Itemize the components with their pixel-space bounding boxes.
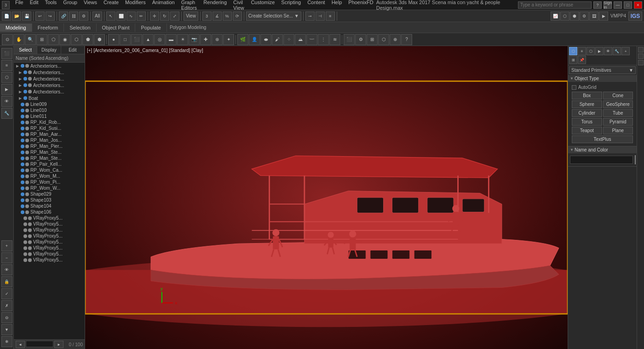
geosphere-button[interactable]: GeoSphere — [603, 100, 633, 108]
schematic[interactable]: ⬡ — [560, 12, 569, 21]
fr-btn1[interactable] — [638, 47, 644, 52]
tree-item-rpwomw[interactable]: RP_Wom_W... — [14, 185, 85, 191]
tree-item-rpmaan[interactable]: RP_Man_Aar... — [14, 131, 85, 137]
tree-item-vrp4[interactable]: VRayProxy5... — [14, 233, 85, 239]
tree-item-rpmanjos[interactable]: RP_Man_Jos... — [14, 137, 85, 143]
help-icon[interactable]: ? — [593, 1, 602, 9]
curve-editor[interactable]: 📈 — [551, 12, 560, 21]
scroll-left[interactable]: ◄ — [16, 341, 25, 348]
menu-create[interactable]: Create — [101, 0, 121, 12]
zoom-icon[interactable]: 🔍 — [25, 34, 36, 45]
select-object[interactable]: ↖ — [106, 12, 115, 21]
create-tab[interactable]: ⬛ — [1, 48, 12, 59]
tree-item-line010[interactable]: Line010 — [14, 107, 85, 113]
modify-panel-icon[interactable]: ≡ — [578, 47, 586, 55]
filter-icon[interactable]: ▼ — [1, 324, 12, 335]
helper-icon[interactable]: ✚ — [200, 34, 211, 45]
freeze-icon[interactable]: ❄ — [1, 336, 12, 347]
search-input[interactable] — [518, 1, 592, 9]
close-button[interactable]: ✕ — [634, 1, 642, 9]
unlink-button[interactable]: ⛓ — [69, 12, 78, 21]
sphere-button[interactable]: Sphere — [572, 100, 602, 108]
motion-panel-icon[interactable]: ▶ — [595, 47, 604, 55]
menu-customize[interactable]: Customize — [248, 0, 277, 12]
tree-item-boat[interactable]: ▶ Boat — [14, 95, 85, 101]
tab-selection[interactable]: Selection — [64, 23, 96, 32]
angle-snap[interactable]: ∡ — [213, 12, 222, 21]
snap2-icon[interactable]: ⊕ — [390, 34, 401, 45]
menu-help[interactable]: Help — [329, 0, 345, 12]
percent-snap[interactable]: % — [223, 12, 232, 21]
cone-button[interactable]: Cone — [603, 92, 633, 99]
redo-button[interactable]: ↪ — [46, 12, 55, 21]
hierarchy-tab[interactable]: ⬡ — [1, 72, 12, 83]
new-button[interactable]: 📄 — [2, 12, 11, 21]
expand-panel-icon[interactable]: + — [621, 47, 630, 55]
scatter-icon[interactable]: ⁘ — [283, 34, 294, 45]
primitives-dropdown[interactable]: Standard Primitives ▼ — [569, 66, 636, 74]
object-type-title[interactable]: ▼ Object Type — [568, 75, 637, 82]
tree-item-archext5[interactable]: ▶ Archexteriors... — [14, 88, 85, 95]
cylinder-prim[interactable]: ⬛ — [131, 34, 142, 45]
name-color-title[interactable]: ▼ Name and Color — [568, 146, 637, 153]
menu-civil[interactable]: Civil View — [230, 0, 247, 12]
utility-tab[interactable]: 🔧 — [1, 108, 12, 119]
teapot-button[interactable]: Teapot — [572, 127, 602, 134]
tree-item-line009[interactable]: Line009 — [14, 101, 85, 107]
select-lasso[interactable]: ∿ — [126, 12, 136, 21]
border-icon[interactable]: ⬟ — [82, 34, 93, 45]
display-tab[interactable]: 👁 — [1, 96, 12, 107]
cylinder-button[interactable]: Cylinder — [572, 109, 602, 117]
display-panel-icon[interactable]: 👁 — [604, 47, 612, 55]
zoom-out[interactable]: − — [1, 252, 12, 263]
menu-phoenix[interactable]: PhoenixFD — [345, 0, 376, 12]
layout-icon[interactable]: ⊞ — [569, 56, 577, 64]
terrain-icon[interactable]: ⛰ — [295, 34, 306, 45]
spinner-snap[interactable]: ⟳ — [233, 12, 242, 21]
person-icon[interactable]: 👤 — [249, 34, 260, 45]
scroll-right[interactable]: ► — [54, 341, 63, 348]
zoom-in[interactable]: + — [1, 240, 12, 251]
pyramid-button[interactable]: Pyramid — [603, 118, 633, 126]
material-editor[interactable]: ⬢ — [570, 12, 579, 21]
textplus-button[interactable]: TextPlus — [572, 135, 633, 143]
camera-icon[interactable]: 📷 — [189, 34, 200, 45]
scale-button[interactable]: ⤢ — [170, 12, 179, 21]
tree-item-archext2[interactable]: ▶ Archexteriors... — [14, 69, 85, 76]
tab-modeling[interactable]: Modeling — [0, 23, 32, 32]
undo-button[interactable]: ↩ — [35, 12, 45, 21]
motion-tab[interactable]: ▶ — [1, 84, 12, 95]
link-button[interactable]: 🔗 — [59, 12, 68, 21]
tab-display[interactable]: Display — [37, 46, 61, 54]
tree-item-rpmanpier[interactable]: RP_Man_Pier... — [14, 143, 85, 149]
box-button[interactable]: Box — [572, 92, 602, 99]
color-swatch[interactable] — [635, 155, 636, 164]
menu-graph[interactable]: Graph Editors — [178, 0, 200, 12]
paint3-icon[interactable]: 🖌 — [272, 34, 283, 45]
tab-object-paint[interactable]: Object Paint — [97, 23, 136, 32]
menu-rendering[interactable]: Rendering — [201, 0, 230, 12]
render-frame[interactable]: 🖼 — [589, 12, 598, 21]
tree-item-rppair[interactable]: RP_Pair_Kell... — [14, 161, 85, 167]
tree-item-vrp5[interactable]: VRayProxy5... — [14, 239, 85, 245]
tree-item-rpkidrob[interactable]: RP_Kid_Rob... — [14, 119, 85, 125]
eye-icon[interactable]: 👁 — [1, 264, 12, 275]
fr-btn3[interactable] — [638, 60, 644, 65]
lock-icon[interactable]: 🔒 — [1, 276, 12, 287]
tab-select[interactable]: Select — [14, 46, 37, 54]
maximize-button[interactable]: □ — [624, 1, 632, 9]
element-icon[interactable]: ⬢ — [94, 34, 105, 45]
torus-prim[interactable]: ◎ — [154, 34, 165, 45]
tab-populate[interactable]: Populate — [135, 23, 167, 32]
menu-modifiers[interactable]: Modifiers — [122, 0, 149, 12]
reference-dropdown[interactable]: View — [184, 12, 198, 21]
menu-views[interactable]: Views — [81, 0, 100, 12]
render-setup[interactable]: ⚙ — [580, 12, 589, 21]
menu-tools[interactable]: Tools — [42, 0, 60, 12]
fr-btn2[interactable] — [638, 53, 644, 59]
tree-item-vrp3[interactable]: VRayProxy5... — [14, 227, 85, 233]
tree-item-rpwompi[interactable]: RP_Wom_Pi... — [14, 179, 85, 185]
mirror-button[interactable]: ⊸ — [305, 12, 315, 21]
poly-icon[interactable]: ⬡ — [71, 34, 82, 45]
save-button[interactable]: 💾 — [22, 12, 31, 21]
